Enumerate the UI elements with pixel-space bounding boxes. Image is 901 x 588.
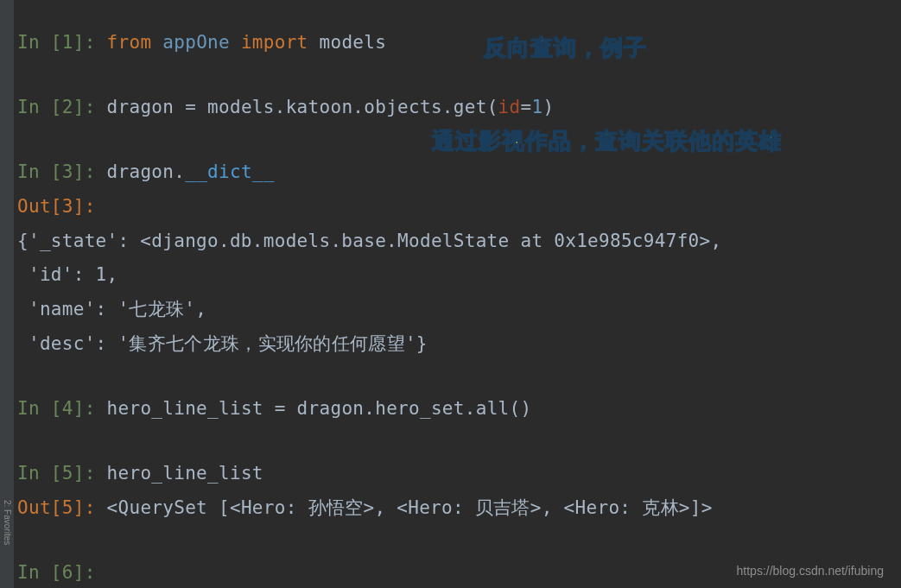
code-text: dragon = models.katoon.objects.get( [107,97,498,117]
prompt-suffix: ]: [73,196,96,217]
paren-close: ) [543,97,554,117]
code-text: dragon. [107,161,186,182]
prompt-num: 1 [62,32,73,53]
output-prompt-3: Out[3]: [17,190,901,224]
code-text: hero_line_list [107,463,263,484]
output-line: {'_state': <django.db.models.base.ModelS… [17,224,901,259]
watermark: https://blog.csdn.net/ifubing [737,564,884,578]
prompt-num: 6 [62,562,73,583]
in-prompt: In [ [17,463,62,484]
in-prompt: In [ [17,562,62,583]
prompt-suffix: ]: [73,497,107,518]
input-line-2: In [2]: dragon = models.katoon.objects.g… [17,91,901,125]
prompt-num: 5 [62,497,73,518]
annotation-subtitle: 通过影视作品，查询关联他的英雄 [432,126,782,156]
dunder-dict: __dict__ [185,161,275,182]
output-line-5: Out[5]: <QuerySet [<Hero: 孙悟空>, <Hero: 贝… [17,491,901,526]
prompt-suffix: ]: [73,32,107,53]
dict-output: {'_state': <django.db.models.base.ModelS… [17,231,721,251]
input-line-3: In [3]: dragon.__dict__ [17,155,901,190]
in-prompt: In [ [17,32,62,53]
dict-output: 'id': 1, [17,264,118,285]
out-prompt: Out[ [17,196,62,217]
dict-output: 'name': '七龙珠', [17,299,206,319]
prompt-num: 3 [62,196,73,217]
prompt-num: 4 [62,398,73,419]
queryset-output: <QuerySet [<Hero: 孙悟空>, <Hero: 贝吉塔>, <He… [107,497,713,518]
prompt-num: 2 [62,97,73,117]
in-prompt: In [ [17,97,62,117]
code-text: hero_line_list = dragon.hero_set.all() [107,398,532,419]
kwarg-name: id [498,97,521,117]
number-literal: 1 [531,97,543,117]
prompt-num: 5 [62,463,73,484]
output-line: 'id': 1, [17,258,901,293]
input-line-4: In [4]: hero_line_list = dragon.hero_set… [17,392,901,427]
prompt-num: 3 [62,161,73,182]
prompt-suffix: ]: [73,97,107,117]
import-target: models [308,32,387,53]
op-equals: = [520,97,531,117]
dict-output: 'desc': '集齐七个龙珠，实现你的任何愿望'} [17,333,428,354]
sidebar-label[interactable]: 2: Favorites [3,500,12,545]
prompt-suffix: ]: [73,463,107,484]
keyword-import: import [241,32,308,53]
prompt-suffix: ]: [73,562,107,583]
prompt-suffix: ]: [73,161,107,182]
ide-sidebar: 2: Favorites [0,0,14,588]
output-line: 'desc': '集齐七个龙珠，实现你的任何愿望'} [17,327,901,362]
code-console[interactable]: In [1]: from appOne import models In [2]… [16,26,901,588]
input-line-1: In [1]: from appOne import models [17,26,901,60]
in-prompt: In [ [17,161,62,182]
in-prompt: In [ [17,398,62,419]
input-line-5: In [5]: hero_line_list [17,457,901,491]
prompt-suffix: ]: [73,398,107,419]
module-name: appOne [151,32,241,53]
out-prompt: Out[ [17,497,62,518]
keyword-from: from [107,32,152,53]
annotation-title: 反向查询，例子 [484,33,647,63]
output-line: 'name': '七龙珠', [17,293,901,327]
